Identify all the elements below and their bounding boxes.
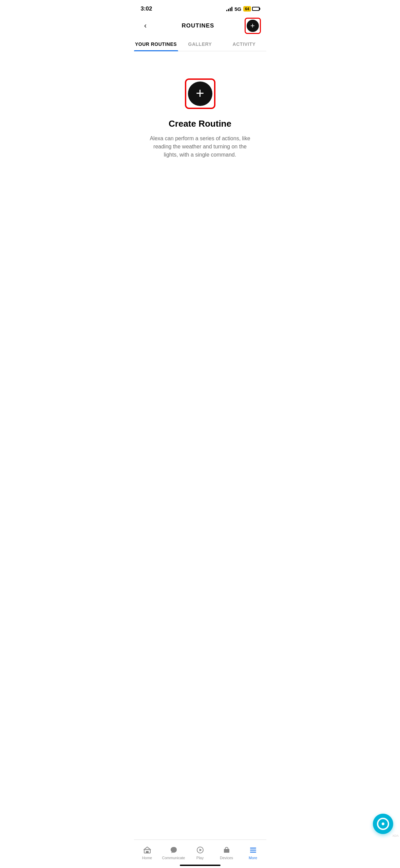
signal-icon bbox=[226, 6, 232, 11]
status-bar: 3:02 5G 64 bbox=[134, 0, 266, 16]
tab-your-routines[interactable]: YOUR ROUTINES bbox=[134, 37, 178, 51]
create-routine-description: Alexa can perform a series of actions, l… bbox=[149, 134, 251, 159]
network-label: 5G bbox=[234, 6, 241, 12]
back-chevron-icon: ‹ bbox=[144, 21, 147, 30]
status-right: 5G 64 bbox=[226, 6, 259, 12]
add-circle-large-icon: + bbox=[188, 82, 212, 106]
battery-container: 64 bbox=[243, 6, 259, 12]
add-circle-header-icon: + bbox=[247, 20, 259, 32]
add-routine-header-button[interactable]: + bbox=[245, 18, 261, 34]
status-time: 3:02 bbox=[141, 5, 152, 12]
tabs-bar: YOUR ROUTINES GALLERY ACTIVITY bbox=[134, 37, 266, 51]
battery-icon bbox=[252, 7, 260, 11]
tab-activity[interactable]: ACTIVITY bbox=[222, 37, 266, 51]
header: ‹ ROUTINES + bbox=[134, 16, 266, 35]
back-button[interactable]: ‹ bbox=[139, 20, 152, 32]
plus-icon: + bbox=[250, 22, 255, 30]
main-content: + Create Routine Alexa can perform a ser… bbox=[134, 51, 266, 173]
page-title: ROUTINES bbox=[182, 22, 214, 29]
create-routine-button[interactable]: + bbox=[185, 78, 215, 109]
create-routine-title: Create Routine bbox=[169, 119, 231, 129]
plus-icon-large: + bbox=[196, 86, 204, 101]
tab-gallery[interactable]: GALLERY bbox=[178, 37, 222, 51]
battery-level: 64 bbox=[243, 6, 251, 12]
